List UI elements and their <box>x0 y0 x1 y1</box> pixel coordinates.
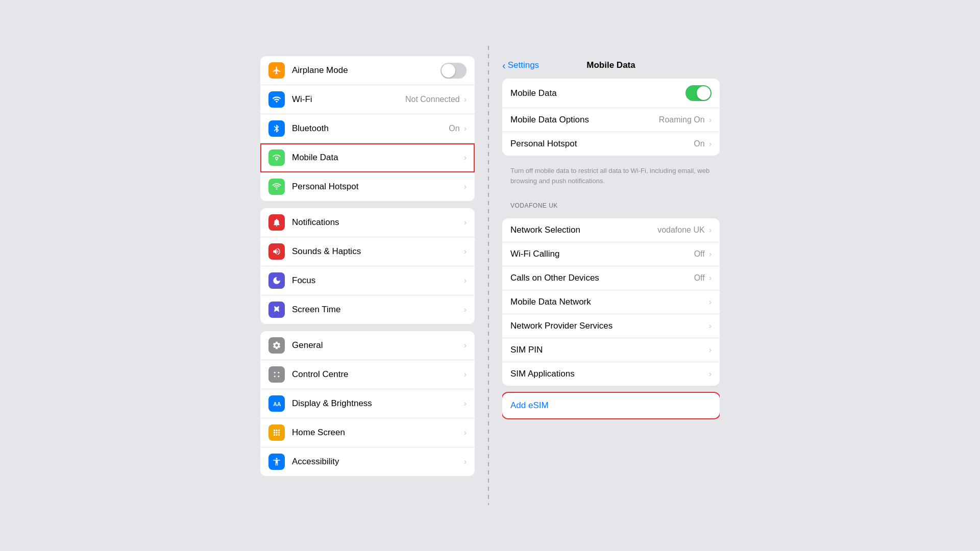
wifi-calling-chevron: › <box>709 249 712 259</box>
wifi-calling-label: Wi-Fi Calling <box>510 249 694 259</box>
network-group: Airplane Mode Wi-Fi Not Connected › Blue… <box>260 56 475 201</box>
network-selection-label: Network Selection <box>510 225 657 235</box>
sidebar-item-general[interactable]: General › <box>260 331 475 360</box>
mobile-data-network-row[interactable]: Mobile Data Network › <box>502 290 720 314</box>
mobile-data-chevron: › <box>464 153 467 162</box>
personal-hotspot-right-row[interactable]: Personal Hotspot On › <box>502 132 720 156</box>
network-selection-row[interactable]: Network Selection vodafone UK › <box>502 218 720 242</box>
bluetooth-label: Bluetooth <box>292 123 449 134</box>
mobile-data-toggle-thumb <box>697 86 710 100</box>
notifications-icon <box>268 214 285 231</box>
sidebar-item-screen-time[interactable]: Screen Time › <box>260 295 475 324</box>
sidebar-item-sounds-haptics[interactable]: Sounds & Haptics › <box>260 237 475 266</box>
personal-hotspot-right-value: On <box>694 139 704 148</box>
vodafone-group: Network Selection vodafone UK › Wi-Fi Ca… <box>502 218 720 386</box>
sidebar-item-focus[interactable]: Focus › <box>260 266 475 295</box>
calls-other-devices-row[interactable]: Calls on Other Devices Off › <box>502 266 720 290</box>
sim-applications-label: SIM Applications <box>510 369 708 379</box>
display-brightness-label: Display & Brightness <box>292 398 463 409</box>
home-screen-chevron: › <box>464 428 467 437</box>
wifi-calling-value: Off <box>694 249 705 259</box>
sim-pin-row[interactable]: SIM PIN › <box>502 338 720 362</box>
sidebar-item-wifi[interactable]: Wi-Fi Not Connected › <box>260 85 475 114</box>
screen-time-chevron: › <box>464 305 467 314</box>
focus-chevron: › <box>464 276 467 285</box>
network-provider-services-label: Network Provider Services <box>510 321 708 331</box>
svg-point-0 <box>274 372 276 373</box>
wifi-label: Wi-Fi <box>292 94 405 105</box>
network-selection-value: vodafone UK <box>657 226 705 235</box>
screen-time-label: Screen Time <box>292 305 463 315</box>
mobile-data-icon <box>268 149 285 166</box>
personal-hotspot-right-chevron: › <box>709 139 712 148</box>
wifi-value: Not Connected <box>405 95 460 104</box>
sidebar-item-airplane-mode[interactable]: Airplane Mode <box>260 56 475 85</box>
calls-other-devices-chevron: › <box>709 273 712 283</box>
sim-pin-label: SIM PIN <box>510 345 708 355</box>
svg-text:AA: AA <box>273 401 281 407</box>
wifi-chevron: › <box>464 95 467 104</box>
sidebar-item-home-screen[interactable]: Home Screen › <box>260 418 475 447</box>
home-screen-icon <box>268 424 285 441</box>
mobile-data-label: Mobile Data <box>292 153 463 163</box>
control-centre-label: Control Centre <box>292 369 463 380</box>
page-title: Mobile Data <box>586 60 635 70</box>
back-chevron-icon: ‹ <box>502 60 506 71</box>
sidebar-item-notifications[interactable]: Notifications › <box>260 208 475 237</box>
notifications-group: Notifications › Sounds & Haptics › Focus… <box>260 208 475 324</box>
mobile-data-network-chevron: › <box>709 297 712 307</box>
airplane-mode-label: Airplane Mode <box>292 65 440 76</box>
control-centre-chevron: › <box>464 370 467 379</box>
wifi-calling-row[interactable]: Wi-Fi Calling Off › <box>502 242 720 266</box>
general-chevron: › <box>464 341 467 350</box>
mobile-data-options-chevron: › <box>709 115 712 124</box>
accessibility-chevron: › <box>464 457 467 466</box>
sidebar-item-personal-hotspot[interactable]: Personal Hotspot › <box>260 172 475 201</box>
add-esim-label: Add eSIM <box>510 400 549 411</box>
sim-applications-chevron: › <box>709 369 712 379</box>
svg-point-3 <box>278 375 279 377</box>
mobile-data-description: Turn off mobile data to restrict all dat… <box>502 163 720 191</box>
display-brightness-chevron: › <box>464 399 467 408</box>
main-container: Airplane Mode Wi-Fi Not Connected › Blue… <box>255 46 725 505</box>
control-centre-icon <box>268 366 285 383</box>
network-selection-chevron: › <box>709 226 712 235</box>
wifi-icon <box>268 91 285 108</box>
accessibility-icon <box>268 454 285 470</box>
mobile-data-options-row[interactable]: Mobile Data Options Roaming On › <box>502 108 720 132</box>
sidebar-item-control-centre[interactable]: Control Centre › <box>260 360 475 389</box>
mobile-data-toggle[interactable] <box>685 85 712 101</box>
sim-pin-chevron: › <box>709 345 712 355</box>
screen-time-icon <box>268 302 285 318</box>
notifications-label: Notifications <box>292 217 463 228</box>
svg-point-1 <box>278 372 279 373</box>
home-screen-label: Home Screen <box>292 428 463 438</box>
back-label: Settings <box>508 60 539 70</box>
svg-point-2 <box>274 375 276 377</box>
general-label: General <box>292 340 463 350</box>
navigation-bar: ‹ Settings Mobile Data <box>502 56 720 79</box>
personal-hotspot-label: Personal Hotspot <box>292 182 463 192</box>
mobile-data-options-label: Mobile Data Options <box>510 115 659 125</box>
personal-hotspot-right-label: Personal Hotspot <box>510 139 694 149</box>
mobile-data-main-group: Mobile Data Mobile Data Options Roaming … <box>502 79 720 156</box>
sim-applications-row[interactable]: SIM Applications › <box>502 362 720 386</box>
network-provider-services-row[interactable]: Network Provider Services › <box>502 314 720 338</box>
sidebar-item-display-brightness[interactable]: AA Display & Brightness › <box>260 389 475 418</box>
back-button[interactable]: ‹ Settings <box>502 60 539 71</box>
mobile-data-row[interactable]: Mobile Data <box>502 79 720 108</box>
notifications-chevron: › <box>464 218 467 227</box>
sidebar-item-accessibility[interactable]: Accessibility › <box>260 447 475 476</box>
calls-other-devices-label: Calls on Other Devices <box>510 273 694 283</box>
toggle-thumb <box>442 64 455 78</box>
accessibility-label: Accessibility <box>292 457 463 467</box>
sidebar-item-bluetooth[interactable]: Bluetooth On › <box>260 114 475 143</box>
sidebar-item-mobile-data[interactable]: Mobile Data › <box>260 143 475 172</box>
sounds-haptics-icon <box>268 243 285 260</box>
general-icon <box>268 337 285 354</box>
add-esim-row[interactable]: Add eSIM <box>502 393 720 418</box>
focus-label: Focus <box>292 276 463 286</box>
sounds-haptics-chevron: › <box>464 247 467 256</box>
airplane-mode-toggle[interactable] <box>440 63 467 79</box>
general-group: General › Control Centre › AA Display & … <box>260 331 475 476</box>
